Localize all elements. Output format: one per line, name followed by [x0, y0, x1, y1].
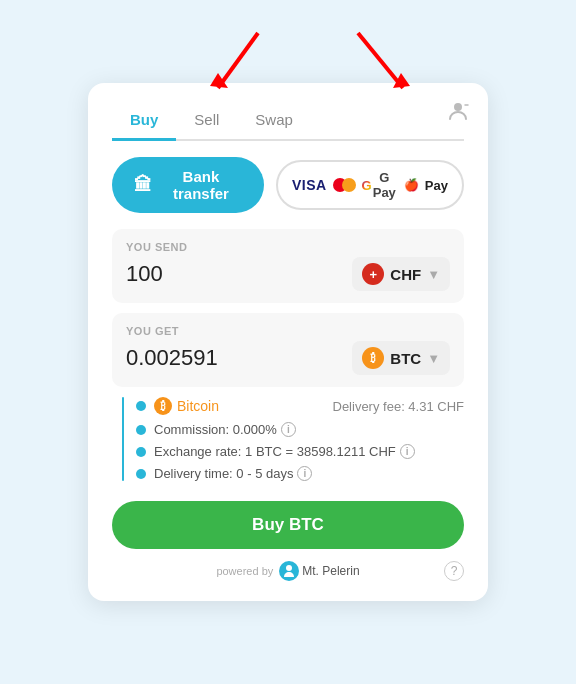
pelerin-logo: Mt. Pelerin [279, 561, 359, 581]
tabs: Buy Sell Swap [112, 103, 464, 141]
visa-label: VISA [292, 177, 327, 193]
svg-point-6 [286, 565, 292, 571]
commission-text: Commission: 0.000% [154, 422, 277, 437]
btc-flag: ₿ [362, 347, 384, 369]
bitcoin-tag: ₿ Bitcoin [154, 397, 219, 415]
send-value[interactable]: 100 [126, 261, 163, 287]
commission-info-icon[interactable]: i [281, 422, 296, 437]
apple-pay-label: Pay [425, 178, 448, 193]
delivery-time-row: Delivery time: 0 - 5 days i [136, 466, 464, 481]
svg-line-4 [358, 33, 403, 88]
bank-transfer-label: Bank transfer [160, 168, 242, 202]
dot-delivery [136, 469, 146, 479]
info-section: ₿ Bitcoin Delivery fee: 4.31 CHF Commiss… [112, 397, 464, 481]
bank-transfer-button[interactable]: 🏛 Bank transfer [112, 157, 264, 213]
send-section: YOU SEND 100 + CHF ▼ [112, 229, 464, 303]
main-card: Buy Sell Swap 🏛 Bank transfer VISA GG Pa… [88, 83, 488, 601]
pelerin-brand: Mt. Pelerin [302, 564, 359, 578]
svg-line-2 [218, 33, 258, 88]
gpay-label: GG Pay [362, 170, 396, 200]
card-payment-button[interactable]: VISA GG Pay 🍎Pay [276, 160, 464, 210]
exchange-rate-text: Exchange rate: 1 BTC = 38598.1211 CHF [154, 444, 396, 459]
svg-point-0 [454, 103, 462, 111]
receive-currency-selector[interactable]: ₿ BTC ▼ [352, 341, 450, 375]
tab-sell[interactable]: Sell [176, 103, 237, 141]
delivery-fee: Delivery fee: 4.31 CHF [333, 399, 465, 414]
buy-btc-button[interactable]: Buy BTC [112, 501, 464, 549]
chf-flag: + [362, 263, 384, 285]
send-chevron-icon: ▼ [427, 267, 440, 282]
receive-section: YOU GET 0.002591 ₿ BTC ▼ [112, 313, 464, 387]
tab-swap[interactable]: Swap [237, 103, 311, 141]
bitcoin-row: ₿ Bitcoin Delivery fee: 4.31 CHF [136, 397, 464, 415]
dot-exchange [136, 447, 146, 457]
mastercard-icon [333, 178, 356, 192]
receive-currency-code: BTC [390, 350, 421, 367]
coin-name: Bitcoin [177, 398, 219, 414]
send-currency-code: CHF [390, 266, 421, 283]
commission-row: Commission: 0.000% i [136, 422, 464, 437]
receive-value[interactable]: 0.002591 [126, 345, 218, 371]
svg-marker-5 [393, 73, 410, 88]
info-vline [122, 397, 124, 481]
help-icon[interactable]: ? [444, 561, 464, 581]
tab-buy[interactable]: Buy [112, 103, 176, 141]
footer: powered by Mt. Pelerin ? [112, 561, 464, 581]
dot-bitcoin [136, 401, 146, 411]
send-currency-selector[interactable]: + CHF ▼ [352, 257, 450, 291]
dot-commission [136, 425, 146, 435]
receive-label: YOU GET [126, 325, 450, 337]
receive-chevron-icon: ▼ [427, 351, 440, 366]
exchange-info-icon[interactable]: i [400, 444, 415, 459]
payment-row: 🏛 Bank transfer VISA GG Pay 🍎Pay [112, 157, 464, 213]
profile-icon[interactable] [446, 99, 470, 129]
bitcoin-icon: ₿ [154, 397, 172, 415]
svg-marker-3 [210, 73, 228, 88]
exchange-rate-row: Exchange rate: 1 BTC = 38598.1211 CHF i [136, 444, 464, 459]
pelerin-icon [279, 561, 299, 581]
send-label: YOU SEND [126, 241, 450, 253]
powered-by-text: powered by [216, 565, 273, 577]
bank-icon: 🏛 [134, 175, 152, 196]
delivery-time-text: Delivery time: 0 - 5 days [154, 466, 293, 481]
delivery-info-icon[interactable]: i [297, 466, 312, 481]
apple-icon: 🍎 [404, 178, 419, 192]
